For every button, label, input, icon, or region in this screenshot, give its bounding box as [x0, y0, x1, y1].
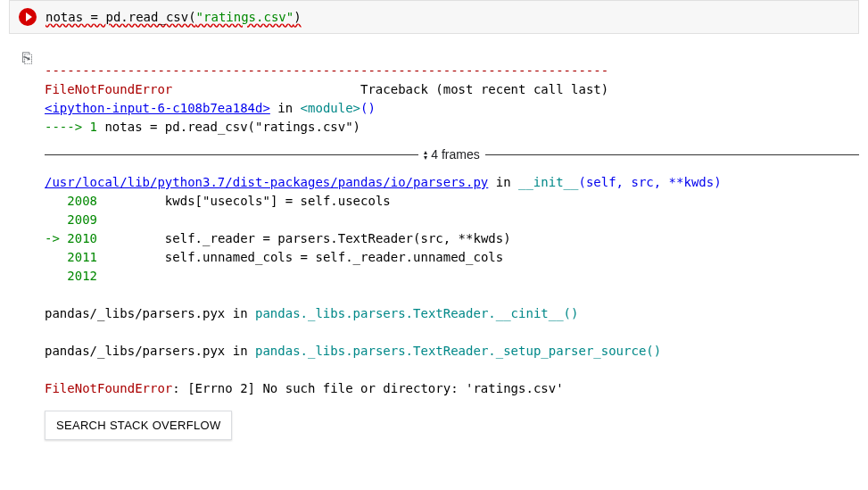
expand-frames-icon: ▴▾: [424, 150, 427, 161]
play-icon: [19, 8, 37, 26]
code-input-area[interactable]: notas = pd.read_csv("ratings.csv"): [45, 4, 302, 29]
traceback-divider: ----------------------------------------…: [45, 63, 608, 78]
output-body: ----------------------------------------…: [45, 43, 859, 458]
module-name: <module>: [301, 101, 360, 115]
run-cell-button[interactable]: [10, 8, 45, 26]
source-file-link[interactable]: /usr/local/lib/python3.7/dist-packages/p…: [45, 175, 488, 189]
code-cell-input: notas = pd.read_csv("ratings.csv"): [9, 0, 859, 34]
search-stack-overflow-button[interactable]: SEARCH STACK OVERFLOW: [45, 411, 232, 440]
output-gutter[interactable]: ⎘: [9, 43, 45, 458]
frames-count: 4 frames: [431, 145, 479, 164]
final-error-name: FileNotFoundError: [45, 381, 172, 395]
error-name: FileNotFoundError: [45, 82, 172, 96]
cython-frame-1: pandas._libs.parsers.TextReader.__cinit_…: [255, 306, 578, 320]
cell-output: ⎘ --------------------------------------…: [9, 43, 859, 458]
traceback-label: Traceback (most recent call last): [360, 82, 608, 96]
output-arrow-icon: ⎘: [22, 48, 32, 458]
ipython-frame-link[interactable]: <ipython-input-6-c108b7ea184d>: [45, 101, 270, 115]
cython-frame-2: pandas._libs.parsers.TextReader._setup_p…: [255, 344, 661, 358]
code-token-var: notas: [45, 10, 83, 24]
final-error-msg: : [Errno 2] No such file or directory: '…: [172, 381, 563, 395]
frames-separator[interactable]: ▴▾4 frames: [45, 145, 859, 164]
